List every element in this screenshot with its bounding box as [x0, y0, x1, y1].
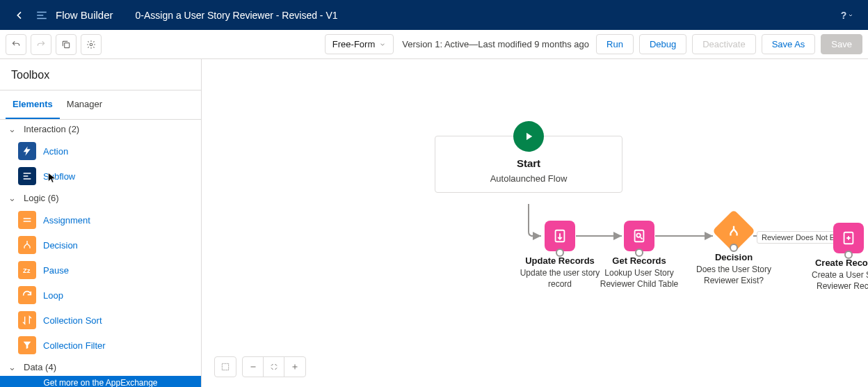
tab-elements[interactable]: Elements	[6, 90, 60, 119]
palette-assignment[interactable]: Assignment	[0, 207, 201, 232]
palette-collection-sort[interactable]: Collection Sort	[0, 308, 201, 333]
back-button[interactable]	[11, 7, 28, 24]
svg-rect-8	[635, 230, 644, 242]
layout-mode-select[interactable]: Free-Form	[325, 34, 394, 54]
chevron-down-icon: ⌄	[8, 362, 18, 372]
app-icon	[33, 7, 50, 24]
node-update-records[interactable]: Update Records Update the user story rec…	[515, 221, 605, 290]
zoom-in-button[interactable]	[284, 357, 305, 377]
svg-point-1	[90, 43, 93, 46]
tab-manager[interactable]: Manager	[60, 90, 109, 119]
create-records-icon	[833, 223, 864, 253]
pause-icon: Zz	[18, 261, 36, 279]
save-as-button[interactable]: Save As	[762, 34, 816, 54]
palette-subflow[interactable]: Subflow	[0, 164, 201, 189]
palette-action[interactable]: Action	[0, 139, 201, 164]
flow-canvas[interactable]: Start Autolaunched Flow Update Records U…	[202, 59, 868, 387]
chevron-down-icon: ⌄	[8, 193, 18, 203]
subflow-icon	[18, 167, 36, 185]
record-title: 0-Assign a User Story Reviewer - Revised…	[136, 10, 837, 21]
node-get-records[interactable]: Get Records Lookup User Story Reviewer C…	[594, 221, 684, 290]
app-title: Flow Builder	[56, 9, 113, 21]
zoom-out-button[interactable]	[243, 357, 264, 377]
section-interaction[interactable]: ⌄ Interaction (2)	[0, 120, 201, 139]
debug-button[interactable]: Debug	[639, 34, 686, 54]
collection-filter-icon	[18, 336, 36, 354]
start-node[interactable]: Start Autolaunched Flow	[435, 136, 622, 193]
start-title: Start	[435, 157, 622, 169]
save-button[interactable]: Save	[821, 34, 862, 54]
help-button[interactable]: ?	[837, 6, 857, 25]
select-tool-button[interactable]	[215, 357, 236, 377]
fit-button[interactable]	[264, 357, 284, 377]
get-records-icon	[624, 221, 654, 251]
decision-icon	[18, 236, 36, 254]
palette-collection-filter[interactable]: Collection Filter	[0, 333, 201, 358]
chevron-down-icon	[379, 41, 386, 48]
assignment-icon	[18, 211, 36, 229]
undo-button[interactable]	[6, 34, 26, 55]
connector-handle[interactable]	[844, 251, 853, 259]
collection-sort-icon	[18, 311, 36, 329]
svg-point-9	[636, 233, 641, 237]
connector-handle[interactable]	[730, 244, 738, 252]
appexchange-banner[interactable]: Get more on the AppExchange	[0, 376, 201, 387]
palette-loop[interactable]: Loop	[0, 283, 201, 308]
connector-handle[interactable]	[556, 248, 564, 257]
mode-label: Free-Form	[332, 39, 375, 49]
chevron-down-icon: ⌄	[8, 124, 18, 134]
copy-button[interactable]	[56, 34, 77, 55]
node-create-records[interactable]: Create Records Create a User Story Revie…	[803, 223, 868, 292]
toolbox-header: Toolbox	[0, 59, 201, 90]
redo-button[interactable]	[31, 34, 51, 55]
section-data[interactable]: ⌄ Data (4)	[0, 358, 201, 377]
loop-icon	[18, 286, 36, 304]
node-decision[interactable]: Decision Does the User Story Reviewer Ex…	[689, 216, 779, 286]
palette-pause[interactable]: Zz Pause	[0, 258, 201, 283]
section-logic[interactable]: ⌄ Logic (6)	[0, 189, 201, 207]
settings-button[interactable]	[81, 34, 102, 55]
start-subtitle: Autolaunched Flow	[435, 173, 622, 184]
connector-handle[interactable]	[635, 248, 643, 257]
run-button[interactable]: Run	[596, 34, 634, 54]
version-text: Version 1: Active—Last modified 9 months…	[402, 39, 589, 49]
svg-rect-0	[65, 42, 70, 47]
update-records-icon	[545, 221, 575, 251]
svg-rect-11	[222, 363, 228, 370]
svg-text:Zz: Zz	[23, 267, 31, 274]
play-icon	[513, 121, 544, 152]
palette-decision[interactable]: Decision	[0, 232, 201, 258]
action-icon	[18, 142, 36, 160]
deactivate-button[interactable]: Deactivate	[692, 34, 755, 54]
